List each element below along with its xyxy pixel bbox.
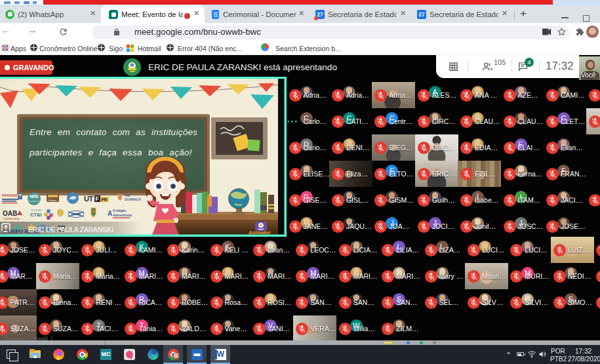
svg-text:PARANÁ: PARANÁ [2,193,17,197]
svg-text:UNI: UNI [125,193,130,197]
svg-text:Guarapuava: Guarapuava [28,200,41,203]
svg-text:A: A [108,210,112,217]
svg-text:Adventista: Adventista [113,213,132,217]
svg-text:NRE: NRE [30,194,39,199]
svg-text:GUAIRACÁ: GUAIRACÁ [125,197,141,201]
svg-text:participantes e faça essa boa: participantes e faça essa boa ação! [29,148,192,157]
svg-text:GUARAPUAVA: GUARAPUAVA [3,218,20,220]
svg-text:CT&I: CT&I [30,212,42,218]
svg-text:Colégio: Colégio [113,209,127,212]
svg-text:PR: PR [102,197,108,202]
svg-text:F: F [96,195,99,202]
svg-text:CENPAL: CENPAL [71,213,81,216]
svg-text:Entre em contato com as instit: Entre em contato com as instituições [30,127,197,137]
svg-text:OAB: OAB [3,210,17,217]
svg-text:UT: UT [84,195,93,203]
svg-text:ERIC DE PAULA ZARANSKI: ERIC DE PAULA ZARANSKI [28,226,113,233]
svg-text:Projeto: Projeto [49,199,57,202]
